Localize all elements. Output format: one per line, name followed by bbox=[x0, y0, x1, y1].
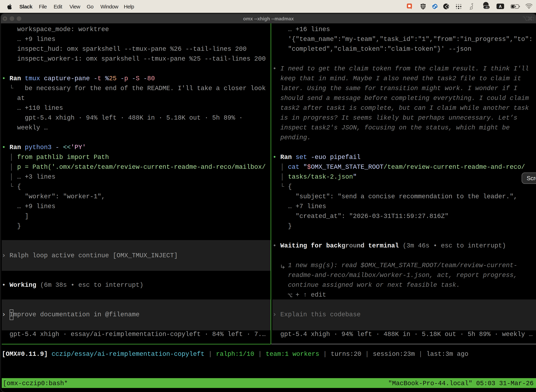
svg-text:A: A bbox=[499, 4, 502, 9]
svg-text:1: 1 bbox=[532, 16, 534, 21]
svg-text:..61: ..61 bbox=[484, 6, 489, 9]
